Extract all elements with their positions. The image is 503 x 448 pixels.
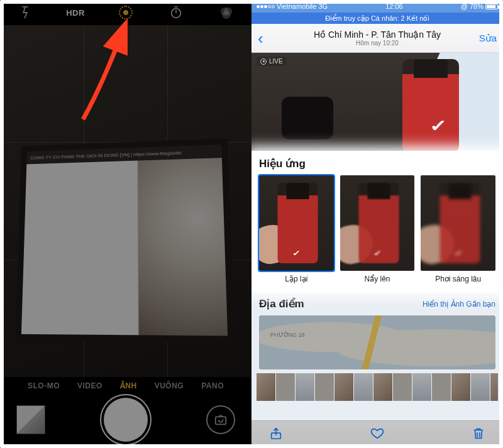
live-photo-toggle[interactable] (108, 6, 143, 19)
nike-swoosh-icon: ✓ (429, 116, 448, 136)
switch-camera-button[interactable] (206, 405, 235, 434)
nav-subtitle: Hôm nay 10:20 (252, 40, 503, 46)
effect-label: Phơi sáng lâu (435, 275, 481, 283)
places-header: Địa điểm Hiển thị Ảnh Gần bạn (252, 292, 503, 313)
flash-icon[interactable] (8, 6, 43, 19)
bottom-toolbar (252, 420, 503, 448)
camera-top-bar: HDR (0, 0, 252, 25)
timer-icon[interactable] (158, 6, 194, 19)
effect-loop[interactable]: ✓ Lặp lại (259, 175, 334, 283)
svg-rect-4 (216, 417, 226, 424)
rotation-lock-icon: @ (461, 3, 468, 10)
favorite-button[interactable] (370, 427, 384, 443)
camera-app-screen: HDR CONG TY CO PHAN THE GIOI DI DONG [VN… (0, 0, 252, 448)
camera-mode-selector[interactable]: SLO-MO VIDEO ẢNH VUÔNG PANO (0, 381, 252, 390)
places-title: Địa điểm (259, 297, 304, 310)
status-bar: Vietnamobile 3G 12:06 @ 78% (252, 0, 503, 13)
subject-bottle: ✓ (402, 59, 459, 151)
last-photo-thumb[interactable] (16, 405, 45, 434)
mode-square[interactable]: VUÔNG (155, 381, 184, 390)
signal-icon (257, 5, 275, 8)
map-preview[interactable]: PHƯỜNG 18 (259, 315, 495, 369)
mode-photo[interactable]: ẢNH (120, 381, 137, 390)
effects-title: Hiệu ứng (259, 157, 495, 170)
nav-title: Hồ Chí Minh - P. Tân Thuận Tây (252, 30, 503, 40)
svg-point-0 (172, 9, 181, 18)
carrier-label: Vietnamobile (277, 3, 316, 10)
mode-pano[interactable]: PANO (201, 381, 224, 390)
svg-point-3 (223, 11, 230, 18)
network-label: 3G (318, 3, 328, 10)
edit-button[interactable]: Sửa (479, 33, 497, 44)
effect-long-exposure[interactable]: ✓ Phơi sáng lâu (421, 175, 495, 283)
live-badge: LIVE (257, 57, 287, 66)
subject-laptop: CONG TY CO PHAN THE GIOI DI DONG [VN] | … (15, 138, 235, 342)
delete-button[interactable] (472, 427, 485, 443)
nearby-photos-link[interactable]: Hiển thị Ảnh Gần bạn (423, 300, 495, 309)
subject-watch (282, 97, 333, 139)
share-button[interactable] (269, 427, 283, 443)
camera-bottom-bar (0, 398, 252, 442)
effect-bounce[interactable]: ✓ Nẩy lên (340, 175, 415, 283)
nav-bar: ‹ Hồ Chí Minh - P. Tân Thuận Tây Hôm nay… (252, 24, 503, 53)
main-photo[interactable]: ✓ LIVE (252, 53, 503, 151)
shutter-button[interactable] (104, 398, 148, 442)
battery-icon (485, 4, 498, 9)
back-button[interactable]: ‹ (258, 30, 263, 46)
map-label: PHƯỜNG 18 (270, 332, 305, 338)
filters-icon[interactable] (209, 6, 244, 19)
battery-label: 78% (470, 3, 484, 10)
camera-viewfinder[interactable]: CONG TY CO PHAN THE GIOI DI DONG [VN] | … (0, 25, 252, 377)
photos-app-screen: Vietnamobile 3G 12:06 @ 78% Điểm truy cậ… (252, 0, 503, 448)
effect-label: Lặp lại (285, 275, 307, 283)
hdr-toggle[interactable]: HDR (58, 8, 93, 18)
live-ring-icon (260, 58, 267, 65)
effect-label: Nẩy lên (365, 275, 390, 283)
effects-panel: Hiệu ứng ✓ Lặp lại ✓ Nẩy lên ✓ Phơi sáng… (252, 151, 503, 292)
mode-video[interactable]: VIDEO (77, 381, 102, 390)
hotspot-banner[interactable]: Điểm truy cập Cá nhân: 2 Kết nối (252, 13, 503, 24)
live-label: LIVE (269, 58, 283, 65)
clock: 12:06 (385, 3, 403, 10)
photo-filmstrip[interactable] (257, 373, 498, 401)
mode-slomo[interactable]: SLO-MO (28, 381, 60, 390)
